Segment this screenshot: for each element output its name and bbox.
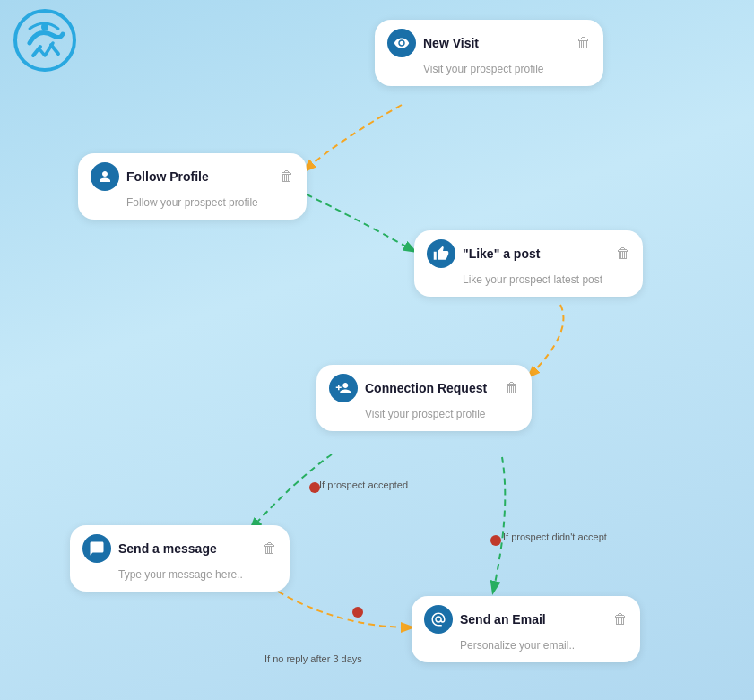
logo-container bbox=[13, 9, 76, 72]
label-no-reply: If no reply after 3 days bbox=[264, 653, 362, 664]
card-like-post-icon bbox=[427, 239, 455, 268]
card-follow-profile-delete[interactable]: 🗑 bbox=[280, 169, 294, 185]
branch-dot-not-accept bbox=[490, 535, 501, 546]
card-send-message-title-group: Send a message bbox=[82, 534, 217, 563]
card-like-post: "Like" a post 🗑 Like your prospect lates… bbox=[414, 230, 643, 297]
card-send-message-title: Send a message bbox=[118, 541, 217, 556]
card-new-visit-header: New Visit 🗑 bbox=[387, 29, 591, 57]
arrows-canvas bbox=[0, 0, 754, 700]
card-new-visit-title-group: New Visit bbox=[387, 29, 479, 57]
card-follow-profile-title-group: Follow Profile bbox=[91, 162, 209, 191]
card-send-message-desc: Type your message here.. bbox=[82, 568, 277, 581]
card-connection-request-title: Connection Request bbox=[365, 381, 487, 395]
card-send-email-header: Send an Email 🗑 bbox=[424, 605, 628, 634]
card-send-email-icon bbox=[424, 605, 453, 634]
card-new-visit: New Visit 🗑 Visit your prospect profile bbox=[375, 20, 603, 86]
card-connection-request: Connection Request 🗑 Visit your prospect… bbox=[316, 365, 532, 431]
svg-point-1 bbox=[41, 23, 48, 30]
card-follow-profile: Follow Profile 🗑 Follow your prospect pr… bbox=[78, 153, 307, 220]
card-new-visit-delete[interactable]: 🗑 bbox=[576, 35, 591, 51]
label-accepted: If prospect accepted bbox=[319, 480, 408, 490]
card-connection-request-icon bbox=[329, 374, 358, 402]
card-send-email: Send an Email 🗑 Personalize your email.. bbox=[412, 596, 640, 662]
card-like-post-header: "Like" a post 🗑 bbox=[427, 239, 630, 268]
card-follow-profile-header: Follow Profile 🗑 bbox=[91, 162, 294, 191]
card-follow-profile-desc: Follow your prospect profile bbox=[91, 196, 294, 209]
card-send-email-title-group: Send an Email bbox=[424, 605, 546, 634]
card-new-visit-title: New Visit bbox=[423, 36, 479, 50]
card-send-email-desc: Personalize your email.. bbox=[424, 639, 628, 652]
card-connection-request-delete[interactable]: 🗑 bbox=[505, 380, 519, 396]
card-send-message-delete[interactable]: 🗑 bbox=[263, 540, 277, 557]
branch-dot-no-reply bbox=[352, 607, 363, 618]
card-connection-request-desc: Visit your prospect profile bbox=[329, 408, 519, 420]
card-send-message: Send a message 🗑 Type your message here.… bbox=[70, 525, 290, 592]
card-like-post-delete[interactable]: 🗑 bbox=[616, 246, 630, 262]
card-like-post-title: "Like" a post bbox=[463, 246, 540, 261]
card-follow-profile-icon bbox=[91, 162, 119, 191]
card-follow-profile-title: Follow Profile bbox=[126, 169, 209, 184]
card-send-message-header: Send a message 🗑 bbox=[82, 534, 277, 563]
card-like-post-title-group: "Like" a post bbox=[427, 239, 540, 268]
card-connection-request-title-group: Connection Request bbox=[329, 374, 487, 402]
label-not-accept: If prospect didn't accept bbox=[503, 531, 607, 542]
card-new-visit-icon bbox=[387, 29, 416, 57]
card-send-email-title: Send an Email bbox=[460, 612, 546, 627]
svg-point-0 bbox=[15, 11, 74, 70]
card-like-post-desc: Like your prospect latest post bbox=[427, 273, 630, 286]
card-new-visit-desc: Visit your prospect profile bbox=[387, 63, 591, 75]
card-send-message-icon bbox=[82, 534, 111, 563]
card-connection-request-header: Connection Request 🗑 bbox=[329, 374, 519, 402]
card-send-email-delete[interactable]: 🗑 bbox=[613, 611, 628, 627]
